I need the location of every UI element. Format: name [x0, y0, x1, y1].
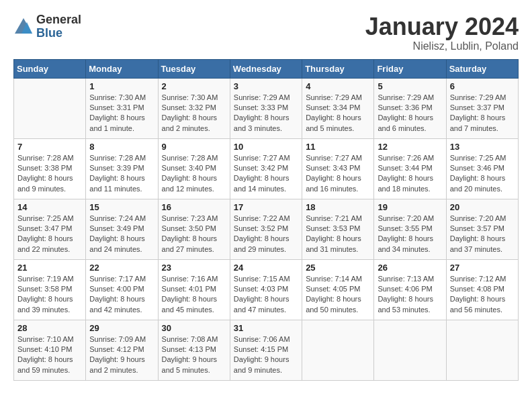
- week-row-1: 1Sunrise: 7:30 AMSunset: 3:31 PMDaylight…: [14, 78, 519, 138]
- month-year-title: January 2024: [365, 13, 519, 40]
- day-number: 12: [378, 142, 442, 152]
- location-subtitle: Nielisz, Lublin, Poland: [365, 40, 519, 52]
- day-detail: Sunrise: 7:16 AMSunset: 4:01 PMDaylight:…: [162, 274, 226, 316]
- week-row-3: 14Sunrise: 7:25 AMSunset: 3:47 PMDayligh…: [14, 199, 519, 259]
- day-number: 5: [378, 81, 442, 91]
- header-cell-monday: Monday: [86, 59, 158, 78]
- title-area: January 2024 Nielisz, Lublin, Poland: [365, 13, 519, 52]
- day-detail: Sunrise: 7:24 AMSunset: 3:49 PMDaylight:…: [89, 214, 154, 255]
- day-number: 27: [450, 263, 515, 273]
- day-detail: Sunrise: 7:13 AMSunset: 4:06 PMDaylight:…: [378, 274, 442, 316]
- day-number: 22: [89, 263, 154, 273]
- day-cell: 10Sunrise: 7:27 AMSunset: 3:42 PMDayligh…: [230, 138, 302, 199]
- day-number: 20: [450, 202, 515, 212]
- header-cell-sunday: Sunday: [14, 59, 86, 78]
- day-number: 30: [162, 323, 226, 333]
- header-cell-tuesday: Tuesday: [158, 59, 230, 78]
- day-detail: Sunrise: 7:09 AMSunset: 4:12 PMDaylight:…: [89, 334, 154, 376]
- day-cell: 31Sunrise: 7:06 AMSunset: 4:15 PMDayligh…: [230, 320, 302, 380]
- day-number: 19: [378, 202, 442, 212]
- day-detail: Sunrise: 7:14 AMSunset: 4:05 PMDaylight:…: [306, 274, 370, 316]
- day-cell: 4Sunrise: 7:29 AMSunset: 3:34 PMDaylight…: [302, 78, 374, 138]
- logo-icon: [13, 17, 34, 37]
- day-number: 18: [306, 202, 370, 212]
- day-cell: [446, 320, 518, 380]
- day-cell: 12Sunrise: 7:26 AMSunset: 3:44 PMDayligh…: [374, 138, 446, 199]
- day-number: 29: [89, 323, 154, 333]
- day-detail: Sunrise: 7:23 AMSunset: 3:50 PMDaylight:…: [162, 214, 226, 255]
- day-number: 31: [234, 323, 298, 333]
- day-detail: Sunrise: 7:21 AMSunset: 3:53 PMDaylight:…: [306, 214, 370, 255]
- day-detail: Sunrise: 7:29 AMSunset: 3:34 PMDaylight:…: [306, 93, 370, 134]
- day-cell: 11Sunrise: 7:27 AMSunset: 3:43 PMDayligh…: [302, 138, 374, 199]
- header-cell-thursday: Thursday: [302, 59, 374, 78]
- day-detail: Sunrise: 7:25 AMSunset: 3:47 PMDaylight:…: [17, 214, 82, 255]
- day-detail: Sunrise: 7:20 AMSunset: 3:55 PMDaylight:…: [378, 214, 442, 255]
- day-number: 26: [378, 263, 442, 273]
- day-detail: Sunrise: 7:26 AMSunset: 3:44 PMDaylight:…: [378, 153, 442, 195]
- header-cell-wednesday: Wednesday: [230, 59, 302, 78]
- day-detail: Sunrise: 7:30 AMSunset: 3:32 PMDaylight:…: [162, 93, 226, 134]
- day-cell: 15Sunrise: 7:24 AMSunset: 3:49 PMDayligh…: [86, 199, 158, 259]
- logo-text: General Blue: [36, 13, 81, 40]
- day-number: 15: [89, 202, 154, 212]
- day-cell: 7Sunrise: 7:28 AMSunset: 3:38 PMDaylight…: [14, 138, 86, 199]
- day-number: 16: [162, 202, 226, 212]
- day-number: 14: [17, 202, 82, 212]
- day-number: 3: [234, 81, 298, 91]
- day-detail: Sunrise: 7:27 AMSunset: 3:42 PMDaylight:…: [234, 153, 298, 195]
- header-row: SundayMondayTuesdayWednesdayThursdayFrid…: [14, 59, 519, 78]
- calendar-header: SundayMondayTuesdayWednesdayThursdayFrid…: [14, 59, 519, 78]
- day-detail: Sunrise: 7:28 AMSunset: 3:38 PMDaylight:…: [17, 153, 82, 195]
- day-cell: 13Sunrise: 7:25 AMSunset: 3:46 PMDayligh…: [446, 138, 518, 199]
- day-cell: 28Sunrise: 7:10 AMSunset: 4:10 PMDayligh…: [14, 320, 86, 380]
- day-cell: 18Sunrise: 7:21 AMSunset: 3:53 PMDayligh…: [302, 199, 374, 259]
- day-cell: 19Sunrise: 7:20 AMSunset: 3:55 PMDayligh…: [374, 199, 446, 259]
- day-cell: 26Sunrise: 7:13 AMSunset: 4:06 PMDayligh…: [374, 259, 446, 320]
- day-number: 7: [17, 142, 82, 152]
- day-number: 11: [306, 142, 370, 152]
- day-cell: [14, 78, 86, 138]
- day-detail: Sunrise: 7:15 AMSunset: 4:03 PMDaylight:…: [234, 274, 298, 316]
- day-cell: 1Sunrise: 7:30 AMSunset: 3:31 PMDaylight…: [86, 78, 158, 138]
- day-cell: 30Sunrise: 7:08 AMSunset: 4:13 PMDayligh…: [158, 320, 230, 380]
- day-number: 17: [234, 202, 298, 212]
- week-row-5: 28Sunrise: 7:10 AMSunset: 4:10 PMDayligh…: [14, 320, 519, 380]
- logo: General Blue: [13, 13, 81, 40]
- day-detail: Sunrise: 7:28 AMSunset: 3:39 PMDaylight:…: [89, 153, 154, 195]
- week-row-2: 7Sunrise: 7:28 AMSunset: 3:38 PMDaylight…: [14, 138, 519, 199]
- day-number: 4: [306, 81, 370, 91]
- day-number: 10: [234, 142, 298, 152]
- day-number: 24: [234, 263, 298, 273]
- day-cell: 24Sunrise: 7:15 AMSunset: 4:03 PMDayligh…: [230, 259, 302, 320]
- day-detail: Sunrise: 7:10 AMSunset: 4:10 PMDaylight:…: [17, 334, 82, 376]
- day-cell: 8Sunrise: 7:28 AMSunset: 3:39 PMDaylight…: [86, 138, 158, 199]
- day-cell: [374, 320, 446, 380]
- day-detail: Sunrise: 7:25 AMSunset: 3:46 PMDaylight:…: [450, 153, 515, 195]
- day-cell: 14Sunrise: 7:25 AMSunset: 3:47 PMDayligh…: [14, 199, 86, 259]
- week-row-4: 21Sunrise: 7:19 AMSunset: 3:58 PMDayligh…: [14, 259, 519, 320]
- day-cell: 23Sunrise: 7:16 AMSunset: 4:01 PMDayligh…: [158, 259, 230, 320]
- day-detail: Sunrise: 7:08 AMSunset: 4:13 PMDaylight:…: [162, 334, 226, 376]
- day-cell: 21Sunrise: 7:19 AMSunset: 3:58 PMDayligh…: [14, 259, 86, 320]
- day-cell: 6Sunrise: 7:29 AMSunset: 3:37 PMDaylight…: [446, 78, 518, 138]
- calendar-body: 1Sunrise: 7:30 AMSunset: 3:31 PMDaylight…: [14, 78, 519, 380]
- day-number: 28: [17, 323, 82, 333]
- day-detail: Sunrise: 7:19 AMSunset: 3:58 PMDaylight:…: [17, 274, 82, 316]
- day-number: 1: [89, 81, 154, 91]
- day-cell: 2Sunrise: 7:30 AMSunset: 3:32 PMDaylight…: [158, 78, 230, 138]
- day-number: 6: [450, 81, 515, 91]
- day-number: 2: [162, 81, 226, 91]
- day-cell: 20Sunrise: 7:20 AMSunset: 3:57 PMDayligh…: [446, 199, 518, 259]
- day-cell: 29Sunrise: 7:09 AMSunset: 4:12 PMDayligh…: [86, 320, 158, 380]
- calendar-table: SundayMondayTuesdayWednesdayThursdayFrid…: [13, 59, 519, 381]
- day-detail: Sunrise: 7:17 AMSunset: 4:00 PMDaylight:…: [89, 274, 154, 316]
- day-detail: Sunrise: 7:30 AMSunset: 3:31 PMDaylight:…: [89, 93, 154, 134]
- day-detail: Sunrise: 7:22 AMSunset: 3:52 PMDaylight:…: [234, 214, 298, 255]
- day-number: 23: [162, 263, 226, 273]
- day-cell: 16Sunrise: 7:23 AMSunset: 3:50 PMDayligh…: [158, 199, 230, 259]
- day-number: 21: [17, 263, 82, 273]
- day-number: 25: [306, 263, 370, 273]
- day-cell: 5Sunrise: 7:29 AMSunset: 3:36 PMDaylight…: [374, 78, 446, 138]
- header-cell-saturday: Saturday: [446, 59, 518, 78]
